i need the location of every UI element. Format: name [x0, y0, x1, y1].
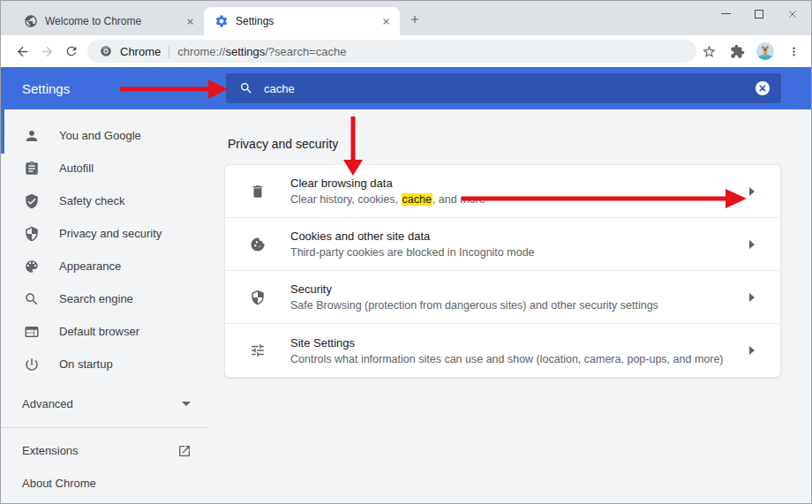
- sidebar-item-privacy-and-security[interactable]: Privacy and security: [1, 217, 213, 250]
- address-bar[interactable]: Chrome chrome://settings/?search=cache: [87, 40, 696, 63]
- tab-close-button[interactable]: [379, 14, 393, 28]
- row-subtitle: Controls what information sites can use …: [290, 353, 724, 365]
- tab-welcome-to-chrome[interactable]: Welcome to Chrome: [13, 7, 204, 35]
- row-subtitle: Clear history, cookies, cache, and more: [290, 193, 485, 206]
- sidebar-divider: [1, 427, 207, 428]
- sidebar-item-label: Privacy and security: [59, 227, 162, 240]
- three-dots-icon: [787, 45, 801, 58]
- sidebar-item-on-startup[interactable]: On startup: [1, 348, 213, 380]
- subtitle-text: Clear history, cookies,: [290, 193, 402, 206]
- sidebar-item-you-and-google[interactable]: You and Google: [1, 119, 213, 152]
- gear-icon: [214, 14, 229, 28]
- sidebar-item-label: Search engine: [59, 292, 133, 305]
- open-in-new-icon: [177, 444, 192, 458]
- bookmark-star-button[interactable]: [695, 37, 723, 65]
- sidebar-item-default-browser[interactable]: Default browser: [1, 315, 213, 348]
- browser-window: Welcome to Chrome Settings: [0, 0, 812, 504]
- browser-menu-button[interactable]: [779, 37, 808, 65]
- row-cookies-and-site-data[interactable]: Cookies and other site data Third-party …: [225, 218, 780, 271]
- settings-search-box[interactable]: [226, 73, 781, 103]
- maximize-button[interactable]: [742, 1, 776, 26]
- row-title: Clear browsing data: [290, 177, 485, 190]
- sidebar-item-label: You and Google: [59, 129, 141, 142]
- subtitle-text: , and more: [432, 193, 485, 206]
- row-title: Security: [290, 282, 658, 296]
- power-icon: [24, 357, 40, 372]
- tune-icon: [250, 342, 266, 358]
- tab-strip: Welcome to Chrome Settings: [1, 1, 811, 35]
- close-window-button[interactable]: [776, 1, 809, 26]
- back-arrow-icon: [15, 44, 30, 59]
- extensions-puzzle-button[interactable]: [723, 37, 751, 65]
- chevron-right-icon: [749, 293, 755, 302]
- tab-title: Settings: [236, 15, 372, 27]
- url-scheme: chrome://: [177, 45, 225, 58]
- sidebar-item-label: Appearance: [59, 260, 121, 273]
- search-icon: [24, 291, 40, 307]
- star-icon: [702, 44, 717, 59]
- row-clear-browsing-data[interactable]: Clear browsing data Clear history, cooki…: [225, 165, 780, 218]
- row-security[interactable]: Security Safe Browsing (protection from …: [225, 271, 780, 324]
- plus-icon: [409, 13, 421, 26]
- url-divider: [169, 45, 169, 58]
- reload-icon: [64, 44, 79, 58]
- trash-icon: [250, 184, 266, 199]
- sidebar-item-label: Autofill: [59, 162, 94, 175]
- tab-settings[interactable]: Settings: [204, 7, 400, 35]
- sidebar-item-search-engine[interactable]: Search engine: [1, 282, 213, 315]
- chevron-right-icon: [749, 240, 755, 249]
- clear-search-button[interactable]: [756, 81, 770, 95]
- sidebar-item-about-chrome[interactable]: About Chrome: [1, 467, 213, 500]
- chevron-down-icon: [182, 402, 191, 406]
- sidebar-item-autofill[interactable]: Autofill: [1, 152, 213, 184]
- section-title: Privacy and security: [228, 135, 338, 153]
- back-button[interactable]: [11, 41, 33, 62]
- url-rest: /?search=cache: [265, 45, 346, 58]
- settings-search-input[interactable]: [264, 82, 768, 95]
- window-controls: [709, 1, 809, 26]
- shield-half-icon: [24, 226, 40, 242]
- close-icon: [185, 17, 195, 26]
- sidebar-advanced-toggle[interactable]: Advanced: [1, 387, 213, 420]
- search-highlight: cache: [402, 193, 432, 206]
- settings-content: Privacy and security Clear browsing data…: [213, 109, 811, 503]
- sidebar-item-label: On startup: [59, 357, 113, 371]
- chevron-right-icon: [749, 346, 755, 355]
- privacy-security-card: Clear browsing data Clear history, cooki…: [224, 164, 781, 378]
- clear-x-icon: [759, 85, 766, 92]
- sidebar-item-extensions[interactable]: Extensions: [1, 434, 213, 467]
- tab-close-button[interactable]: [183, 14, 197, 28]
- shield-check-icon: [24, 193, 40, 209]
- palette-icon: [24, 259, 40, 275]
- forward-button[interactable]: [36, 41, 57, 62]
- sidebar-item-label: Safety check: [59, 194, 124, 207]
- chevron-right-icon: [749, 187, 755, 196]
- settings-body: You and Google Autofill Safety check Pri…: [1, 109, 811, 503]
- puzzle-icon: [730, 44, 745, 59]
- close-icon: [787, 9, 798, 19]
- globe-icon: [24, 14, 38, 28]
- close-icon: [381, 17, 391, 26]
- row-subtitle: Safe Browsing (protection from dangerous…: [290, 299, 658, 312]
- minimize-button[interactable]: [709, 1, 742, 26]
- new-tab-button[interactable]: [405, 11, 425, 26]
- settings-sidebar: You and Google Autofill Safety check Pri…: [1, 109, 213, 503]
- reload-button[interactable]: [61, 41, 82, 62]
- sidebar-item-safety-check[interactable]: Safety check: [1, 184, 213, 217]
- browser-toolbar: Chrome chrome://settings/?search=cache: [1, 35, 811, 67]
- profile-avatar[interactable]: [751, 37, 779, 65]
- settings-header: Settings: [1, 67, 811, 109]
- about-label: About Chrome: [22, 477, 96, 490]
- row-title: Cookies and other site data: [290, 229, 535, 243]
- tab-title: Welcome to Chrome: [45, 15, 176, 27]
- clipboard-icon: [24, 161, 40, 177]
- sidebar-item-label: Default browser: [59, 325, 139, 338]
- row-subtitle: Third-party cookies are blocked in Incog…: [290, 246, 535, 259]
- extensions-label: Extensions: [22, 444, 79, 457]
- person-icon: [24, 128, 40, 144]
- forward-arrow-icon: [40, 44, 55, 59]
- toolbar-actions: [695, 35, 808, 67]
- shield-half-icon: [250, 290, 266, 305]
- sidebar-item-appearance[interactable]: Appearance: [1, 250, 213, 282]
- row-site-settings[interactable]: Site Settings Controls what information …: [225, 324, 780, 377]
